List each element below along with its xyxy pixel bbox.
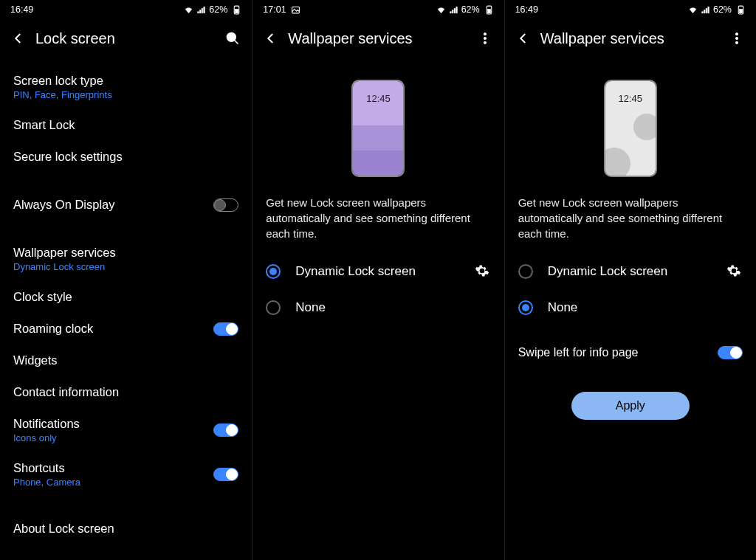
wifi-icon	[184, 5, 193, 15]
signal-icon	[449, 5, 458, 15]
shortcuts-toggle[interactable]	[213, 468, 238, 481]
svg-point-12	[735, 33, 738, 35]
svg-point-13	[735, 37, 738, 39]
item-title: Wallpaper services	[13, 246, 238, 260]
gear-icon	[726, 263, 741, 278]
option-label: None	[295, 300, 490, 315]
preview-clock: 12:45	[605, 93, 656, 104]
wifi-icon	[436, 5, 446, 15]
phone-preview: 12:45	[351, 80, 405, 177]
option-label: Dynamic Lock screen	[548, 264, 726, 279]
item-sub: PIN, Face, Fingerprints	[13, 89, 238, 100]
status-time: 16:49	[515, 4, 538, 15]
status-time: 16:49	[10, 4, 33, 15]
item-widgets[interactable]: Widgets	[0, 345, 252, 376]
description: Get new Lock screen wallpapers automatic…	[505, 190, 756, 253]
chevron-left-icon	[517, 32, 530, 45]
notifications-toggle[interactable]	[213, 424, 238, 437]
preview: 12:45	[505, 62, 756, 190]
header: Wallpaper services	[505, 19, 756, 62]
swipe-info-row[interactable]: Swipe left for info page	[505, 336, 756, 370]
item-contact-information[interactable]: Contact information	[0, 376, 252, 408]
svg-point-7	[484, 33, 486, 35]
status-battery-pct: 62%	[209, 4, 227, 15]
option-label: Dynamic Lock screen	[295, 264, 474, 279]
preview-clock: 12:45	[353, 93, 403, 104]
search-icon	[225, 31, 240, 46]
status-battery-pct: 62%	[461, 4, 480, 15]
picture-icon	[291, 5, 300, 15]
panel-wallpaper-services-dynamic: 17:01 62% Wallpaper services 12:45 Get n…	[252, 0, 504, 560]
radio-icon	[266, 300, 281, 315]
back-button[interactable]	[263, 30, 279, 46]
item-about-lock-screen[interactable]: About Lock screen	[0, 513, 252, 545]
item-title: Always On Display	[13, 198, 213, 212]
page-title: Wallpaper services	[540, 30, 728, 47]
more-button[interactable]	[476, 30, 494, 47]
chevron-left-icon	[12, 32, 25, 45]
item-roaming-clock[interactable]: Roaming clock	[0, 313, 252, 345]
description: Get new Lock screen wallpapers automatic…	[252, 190, 504, 253]
option-dynamic-lock-screen[interactable]: Dynamic Lock screen	[252, 253, 504, 290]
item-sub: Dynamic Lock screen	[13, 261, 238, 272]
item-smart-lock[interactable]: Smart Lock	[0, 109, 252, 141]
item-clock-style[interactable]: Clock style	[0, 281, 252, 313]
more-button[interactable]	[728, 30, 746, 47]
option-dynamic-lock-screen[interactable]: Dynamic Lock screen	[505, 253, 756, 290]
svg-line-3	[235, 41, 238, 44]
back-button[interactable]	[10, 30, 27, 46]
item-wallpaper-services[interactable]: Wallpaper services Dynamic Lock screen	[0, 237, 252, 281]
item-secure-lock-settings[interactable]: Secure lock settings	[0, 141, 252, 173]
page-title: Lock screen	[35, 30, 224, 47]
item-notifications[interactable]: Notifications Icons only	[0, 408, 252, 452]
status-battery-pct: 62%	[713, 4, 732, 15]
item-title: About Lock screen	[13, 522, 238, 536]
option-none[interactable]: None	[505, 290, 756, 325]
roaming-clock-toggle[interactable]	[213, 322, 238, 336]
svg-point-8	[484, 37, 486, 39]
item-screen-lock-type[interactable]: Screen lock type PIN, Face, Fingerprints	[0, 65, 252, 109]
page-title: Wallpaper services	[288, 30, 475, 47]
item-title: Roaming clock	[13, 322, 213, 336]
radio-icon	[518, 300, 533, 315]
item-title: Clock style	[13, 290, 238, 304]
item-title: Secure lock settings	[13, 150, 238, 164]
status-bar: 16:49 62%	[505, 0, 756, 19]
battery-icon	[484, 5, 494, 15]
panel-wallpaper-services-none: 16:49 62% Wallpaper services 12:45 Get n…	[504, 0, 756, 560]
dynamic-settings-button[interactable]	[475, 263, 491, 280]
phone-preview: 12:45	[604, 80, 657, 177]
status-bar: 17:01 62%	[252, 0, 504, 19]
radio-icon	[518, 264, 533, 279]
battery-icon	[232, 5, 241, 15]
item-title: Screen lock type	[13, 74, 238, 88]
option-label: None	[548, 300, 743, 315]
swipe-info-label: Swipe left for info page	[518, 346, 718, 359]
item-title: Contact information	[13, 385, 238, 399]
dynamic-settings-button[interactable]	[726, 263, 743, 280]
option-none[interactable]: None	[252, 290, 504, 325]
signal-icon	[196, 5, 206, 15]
apply-button[interactable]: Apply	[571, 392, 690, 420]
status-time: 17:01	[263, 4, 286, 15]
wifi-icon	[688, 5, 698, 15]
item-always-on-display[interactable]: Always On Display	[0, 189, 252, 221]
preview: 12:45	[252, 62, 504, 190]
swipe-info-toggle[interactable]	[718, 346, 743, 359]
back-button[interactable]	[515, 30, 532, 46]
gear-icon	[475, 263, 489, 278]
svg-point-2	[227, 33, 236, 42]
svg-point-9	[484, 41, 486, 44]
header: Wallpaper services	[252, 19, 504, 62]
search-button[interactable]	[224, 30, 241, 47]
aod-toggle[interactable]	[213, 198, 238, 212]
chevron-left-icon	[264, 32, 278, 45]
item-shortcuts[interactable]: Shortcuts Phone, Camera	[0, 452, 252, 497]
settings-list: Screen lock type PIN, Face, Fingerprints…	[0, 62, 252, 547]
more-vertical-icon	[729, 31, 744, 46]
svg-point-14	[735, 41, 738, 44]
header: Lock screen	[0, 19, 252, 62]
status-bar: 16:49 62%	[0, 0, 252, 19]
svg-rect-6	[487, 9, 490, 13]
item-title: Shortcuts	[13, 461, 213, 475]
